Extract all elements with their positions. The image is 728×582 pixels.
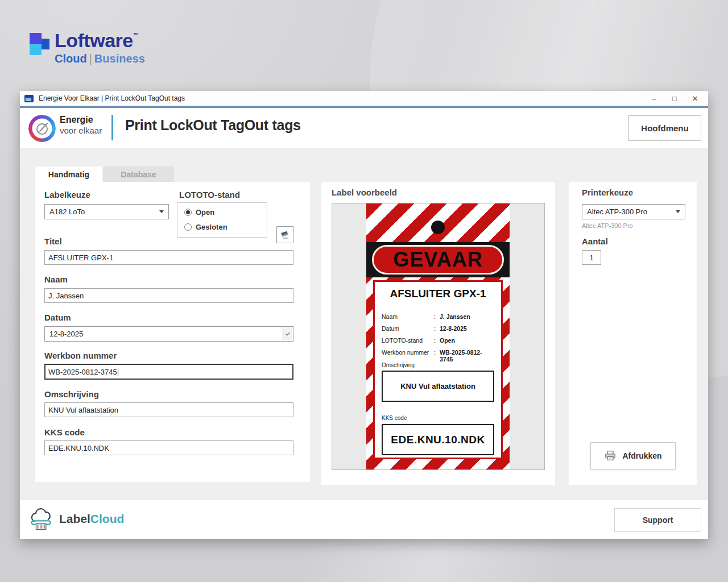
aantal-label: Aantal	[582, 236, 608, 246]
header-divider	[111, 115, 113, 140]
hoofdmenu-button[interactable]: Hoofdmenu	[628, 115, 701, 141]
danger-stadium: GEVAAR	[372, 245, 504, 275]
text-caret	[118, 368, 118, 376]
datum-input[interactable]: 12-8-2025	[44, 326, 293, 342]
tab-handmatig[interactable]: Handmatig	[35, 167, 102, 182]
tab-database[interactable]: Database	[103, 167, 174, 182]
danger-word: GEVAAR	[393, 248, 482, 272]
dropdown-arrow-icon	[676, 210, 680, 213]
tag-card: AFSLUITER GPX-1 Naam:J. Janssen Datum:12…	[373, 280, 503, 459]
werkbon-input[interactable]: WB-2025-0812-3745	[44, 364, 293, 380]
trademark-symbol: ™	[133, 32, 139, 38]
datum-value: 12-8-2025	[49, 330, 83, 338]
app-footer: LabelCloud Support	[20, 499, 708, 539]
labelkeuze-value: A182 LoTo	[49, 207, 85, 216]
werkbon-value: WB-2025-0812-3745	[48, 368, 117, 376]
werkbon-label: Werkbon nummer	[44, 351, 117, 360]
afdrukken-button[interactable]: Afdrukken	[590, 442, 676, 469]
manual-form-panel: Labelkeuze A182 LoTo LOTOTO-stand Open G…	[35, 182, 310, 482]
app-icon	[24, 95, 34, 102]
gauge-icon	[28, 115, 56, 142]
lototo-label: LOTOTO-stand	[179, 190, 240, 199]
tag-row-naam: Naam:J. Janssen	[382, 313, 495, 320]
tag-row-werkbon: Werkbon nummer:WB-2025-0812-3745	[382, 349, 495, 363]
radio-open[interactable]: Open	[184, 208, 214, 217]
main-content: Handmatig Database Labelkeuze A182 LoTo …	[20, 148, 708, 499]
printer-icon	[604, 450, 617, 462]
loftware-logo-icon	[30, 33, 50, 56]
labelkeuze-select[interactable]: A182 LoTo	[44, 204, 169, 219]
labelcloud-brand: LabelCloud	[28, 508, 124, 530]
preview-canvas: GEVAAR AFSLUITER GPX-1 Naam:J. Janssen D…	[332, 203, 545, 470]
radio-unselected-icon	[184, 223, 192, 231]
minimize-button[interactable]: –	[647, 92, 661, 105]
window-controls: – □ ✕	[647, 92, 708, 105]
org-name: Energie	[60, 115, 93, 125]
preview-title: Label voorbeeld	[332, 188, 397, 197]
window-title: Energie Voor Elkaar | Print LockOut TagO…	[39, 94, 185, 102]
window-titlebar: Energie Voor Elkaar | Print LockOut TagO…	[20, 91, 708, 106]
printer-value: Altec ATP-300 Pro	[587, 207, 647, 216]
titel-label: Titel	[44, 236, 62, 246]
cloud-barcode-icon	[28, 508, 55, 530]
omschrijving-label: Omschrijving	[44, 389, 99, 399]
maximize-button[interactable]: □	[667, 92, 682, 105]
naam-input[interactable]	[44, 288, 293, 303]
kks-label: KKS code	[44, 427, 85, 437]
label-preview-panel: Label voorbeeld GEVAAR AFSLUITER GPX-1	[321, 182, 555, 485]
titel-input[interactable]	[44, 250, 293, 265]
naam-label: Naam	[44, 275, 68, 284]
eraser-icon	[279, 229, 291, 240]
punch-hole	[431, 221, 445, 234]
tag-kks-box: EDE.KNU.10.NDK	[382, 424, 494, 455]
tag-kks-label: KKS code	[382, 415, 407, 421]
radio-selected-icon	[184, 209, 192, 216]
kks-input[interactable]	[44, 440, 293, 455]
lockout-tag: GEVAAR AFSLUITER GPX-1 Naam:J. Janssen D…	[366, 203, 510, 469]
org-tagline: voor elkaar	[60, 126, 102, 135]
printer-panel: Printerkeuze Altec ATP-300 Pro Altec ATP…	[569, 182, 697, 485]
tag-title: AFSLUITER GPX-1	[375, 288, 501, 300]
radio-gesloten[interactable]: Gesloten	[184, 223, 228, 231]
printerkeuze-label: Printerkeuze	[582, 188, 633, 197]
loftware-subtitle: Cloud|Business	[55, 52, 145, 65]
loftware-brand: Loftware™ Cloud|Business	[30, 32, 212, 77]
tag-omschrijving-label: Omschrijving	[382, 362, 415, 368]
printer-select[interactable]: Altec ATP-300 Pro	[582, 204, 685, 219]
omschrijving-input[interactable]	[44, 402, 293, 417]
aantal-input[interactable]	[582, 250, 601, 265]
close-button[interactable]: ✕	[688, 92, 702, 105]
lototo-radio-group: Open Gesloten	[177, 202, 267, 238]
app-window: Energie Voor Elkaar | Print LockOut TagO…	[20, 91, 708, 539]
danger-band: GEVAAR	[366, 242, 510, 277]
datum-label: Datum	[44, 313, 71, 322]
page-title: Print LockOut TagOut tags	[125, 117, 301, 134]
tag-omschrijving-box: KNU Vul aflaatstation	[382, 371, 494, 402]
loftware-wordmark: Loftware™	[55, 30, 138, 52]
app-header: Energie voor elkaar Print LockOut TagOut…	[20, 108, 708, 148]
support-button[interactable]: Support	[614, 508, 701, 532]
chevron-down-icon	[286, 331, 290, 335]
datum-dropdown-button[interactable]	[283, 327, 292, 340]
desktop-background: Loftware™ Cloud|Business Energie Voor El…	[0, 0, 728, 582]
labelcloud-wordmark: LabelCloud	[59, 512, 124, 526]
tag-row-lototo: LOTOTO-stand:Open	[382, 337, 495, 344]
tag-row-datum: Datum:12-8-2025	[382, 325, 495, 332]
printer-status-text: Altec ATP-300 Pro	[582, 222, 633, 229]
afdrukken-label: Afdrukken	[622, 451, 661, 460]
clear-form-button[interactable]	[276, 226, 293, 243]
labelkeuze-label: Labelkeuze	[44, 190, 90, 199]
dropdown-arrow-icon	[159, 210, 164, 213]
